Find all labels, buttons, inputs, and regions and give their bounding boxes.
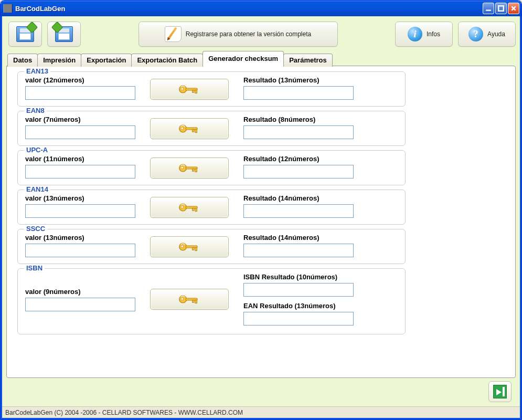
tab-parametros[interactable]: Parámetros: [283, 54, 333, 67]
statusbar: BarCodeLabGen (C) 2004 -2006 - CELLARD S…: [2, 406, 520, 418]
upca-compute-button[interactable]: [150, 158, 229, 178]
sscc-compute-button[interactable]: [150, 236, 229, 257]
group-title-ean8: EAN8: [24, 107, 47, 114]
app-icon: [4, 4, 12, 13]
info-icon: i: [408, 27, 422, 41]
tab-exportacion-batch[interactable]: Exportación Batch: [131, 54, 203, 67]
group-title-isbn: ISBN: [24, 264, 45, 272]
ean14-valor-input[interactable]: [25, 204, 135, 218]
ean8-compute-button[interactable]: [150, 118, 229, 139]
key-icon: [178, 293, 201, 305]
svg-rect-5: [486, 9, 491, 10]
ean14-result-input[interactable]: [243, 204, 354, 218]
open-button[interactable]: [8, 22, 42, 47]
upca-result-label: Resultado (12números): [243, 155, 354, 163]
upca-valor-label: valor (11números): [25, 155, 135, 163]
group-title-upca: UPC-A: [24, 146, 50, 154]
isbn-ean-result-input[interactable]: [243, 312, 354, 326]
app-window: BarCodLabGen: [0, 0, 522, 420]
ean14-compute-button[interactable]: [150, 197, 229, 218]
tab-datos[interactable]: Datos: [7, 54, 38, 67]
ean13-result-label: Resultado (13números): [243, 76, 354, 84]
exit-button[interactable]: [488, 381, 512, 402]
group-title-sscc: SSCC: [24, 225, 47, 233]
group-ean14: EAN14 valor (13números) Resultado (14núm…: [17, 190, 406, 225]
sscc-result-label: Resultado (14números): [243, 234, 354, 242]
isbn-result-input[interactable]: [243, 283, 354, 297]
main-toolbar: Registrarse para obtener la versión comp…: [6, 19, 516, 51]
help-label: Ayuda: [487, 30, 505, 38]
floppy-save-icon: [55, 26, 73, 42]
sscc-result-input[interactable]: [243, 244, 354, 257]
group-title-ean13: EAN13: [24, 67, 50, 75]
group-upca: UPC-A valor (11números) Resultado (12núm…: [17, 150, 406, 185]
ean13-valor-label: valor (12números): [25, 76, 135, 84]
group-title-ean14: EAN14: [24, 185, 50, 193]
ean14-result-label: Resultado (14números): [243, 194, 354, 202]
ean13-compute-button[interactable]: [150, 79, 229, 100]
floppy-open-icon: [16, 26, 34, 42]
status-text: BarCodeLabGen (C) 2004 -2006 - CELLARD S…: [5, 409, 243, 416]
upca-valor-input[interactable]: [25, 165, 135, 178]
isbn-compute-button[interactable]: [150, 289, 229, 310]
close-button[interactable]: [508, 3, 519, 14]
bottom-action-row: [6, 378, 516, 404]
key-icon: [178, 202, 201, 213]
sscc-valor-input[interactable]: [25, 244, 135, 257]
group-sscc: SSCC valor (13números) Resultado (14núme…: [17, 229, 406, 264]
upca-result-input[interactable]: [243, 165, 354, 178]
infos-label: Infos: [427, 30, 440, 38]
help-icon: ?: [468, 27, 483, 41]
isbn-valor-label: valor (9números): [25, 288, 135, 296]
save-button[interactable]: [47, 22, 81, 47]
sscc-valor-label: valor (13números): [25, 234, 135, 242]
ean13-valor-input[interactable]: [25, 86, 135, 100]
exit-icon: [493, 385, 507, 398]
ean8-valor-label: valor (7números): [25, 116, 135, 123]
key-icon: [178, 241, 201, 253]
tab-impresion[interactable]: Impresión: [37, 54, 81, 67]
key-icon: [178, 123, 201, 134]
ean13-result-input[interactable]: [243, 86, 354, 100]
maximize-button[interactable]: [495, 3, 507, 14]
key-icon: [178, 162, 201, 174]
ean8-result-label: Resultado (8números): [243, 116, 354, 123]
tab-generador-checksum[interactable]: Generador checksum: [203, 51, 284, 66]
isbn-valor-input[interactable]: [25, 298, 135, 311]
register-label: Registrarse para obtener la versión comp…: [186, 30, 311, 38]
key-icon: [178, 83, 201, 95]
client-area: Registrarse para obtener la versión comp…: [1, 16, 521, 419]
group-isbn: ISBN valor (9números) ISBN Resultado (10…: [17, 268, 406, 334]
ean14-valor-label: valor (13números): [25, 194, 135, 202]
ean8-valor-input[interactable]: [25, 125, 135, 139]
minimize-button[interactable]: [483, 3, 494, 14]
isbn-ean-result-label: EAN Resultado (13números): [243, 302, 354, 310]
svg-rect-6: [498, 6, 504, 11]
register-button[interactable]: Registrarse para obtener la versión comp…: [139, 22, 338, 47]
tab-exportacion[interactable]: Exportación: [81, 54, 132, 67]
titlebar: BarCodLabGen: [1, 1, 521, 16]
tabstrip: Datos Impresión Exportación Exportación …: [6, 51, 516, 66]
ean8-result-input[interactable]: [243, 125, 354, 139]
group-ean8: EAN8 valor (7números) Resultado (8número…: [17, 111, 406, 146]
infos-button[interactable]: i Infos: [395, 22, 453, 47]
isbn-result-label: ISBN Resultado (10números): [243, 273, 354, 281]
tab-panel-checksum: EAN13 valor (12números) Resultado (13núm…: [6, 66, 516, 378]
window-title: BarCodLabGen: [15, 5, 483, 13]
help-button[interactable]: ? Ayuda: [458, 22, 516, 47]
group-ean13: EAN13 valor (12números) Resultado (13núm…: [17, 71, 406, 107]
pencil-note-icon: [165, 26, 182, 42]
